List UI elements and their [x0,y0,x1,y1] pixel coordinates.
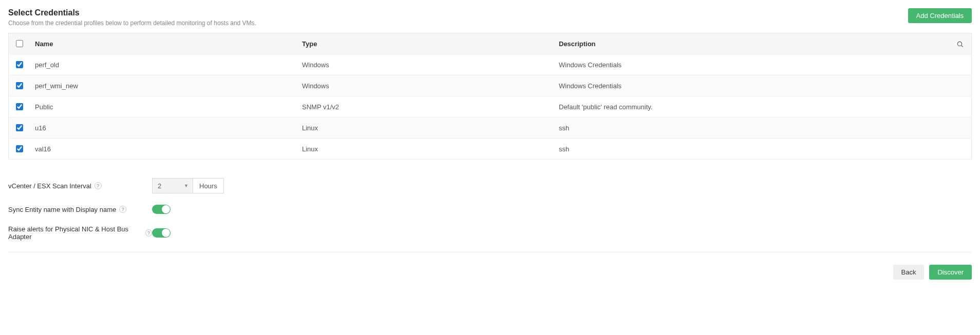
column-header-type[interactable]: Type [297,33,554,54]
cell-type: SNMP v1/v2 [297,96,554,117]
search-icon[interactable] [956,40,964,47]
scan-interval-label: vCenter / ESX Scan Interval [8,182,91,190]
raise-alerts-label: Raise alerts for Physical NIC & Host Bus… [8,225,142,241]
cell-name: Public [30,96,297,117]
help-icon[interactable]: ? [95,182,102,189]
table-row[interactable]: Public SNMP v1/v2 Default 'public' read … [9,96,972,117]
page-subtitle: Choose from the credential profiles belo… [8,19,256,27]
back-button[interactable]: Back [893,265,925,280]
column-header-name[interactable]: Name [30,33,297,54]
table-row[interactable]: u16 Linux ssh [9,117,972,139]
discover-button[interactable]: Discover [929,265,972,280]
toggle-knob [162,205,170,213]
help-icon[interactable]: ? [119,206,126,213]
toggle-knob [162,229,170,237]
cell-type: Windows [297,54,554,75]
cell-description: Windows Credentials [554,75,972,96]
help-icon[interactable]: ? [145,229,152,237]
table-row[interactable]: val16 Linux ssh [9,139,972,160]
row-checkbox[interactable] [16,82,23,89]
divider [8,252,972,252]
sync-entity-label: Sync Entity name with Display name [8,206,116,213]
cell-name: perf_old [30,54,297,75]
row-checkbox[interactable] [16,145,23,152]
row-checkbox[interactable] [16,103,23,110]
cell-name: val16 [30,139,297,160]
column-header-description[interactable]: Description [554,33,951,54]
cell-description: Windows Credentials [554,54,972,75]
select-all-checkbox[interactable] [16,40,23,47]
add-credentials-button[interactable]: Add Credentials [908,8,972,23]
svg-point-0 [957,42,962,46]
cell-description: ssh [554,117,972,139]
table-row[interactable]: perf_wmi_new Windows Windows Credentials [9,75,972,96]
cell-name: perf_wmi_new [30,75,297,96]
row-checkbox[interactable] [16,124,23,131]
svg-line-1 [961,45,963,47]
page-title: Select Credentials [8,8,256,17]
cell-type: Windows [297,75,554,96]
raise-alerts-toggle[interactable] [152,228,171,238]
row-checkbox[interactable] [16,61,23,68]
cell-type: Linux [297,117,554,139]
credentials-table: Name Type Description perf_old Windows W… [8,33,972,160]
cell-name: u16 [30,117,297,139]
scan-interval-unit: Hours [193,178,224,193]
scan-interval-select[interactable]: 2 ▼ [152,178,193,193]
sync-entity-toggle[interactable] [152,205,171,214]
scan-interval-value: 2 [158,182,161,190]
table-row[interactable]: perf_old Windows Windows Credentials [9,54,972,75]
cell-description: Default 'public' read community. [554,96,972,117]
cell-description: ssh [554,139,972,160]
cell-type: Linux [297,139,554,160]
chevron-down-icon: ▼ [184,183,189,188]
